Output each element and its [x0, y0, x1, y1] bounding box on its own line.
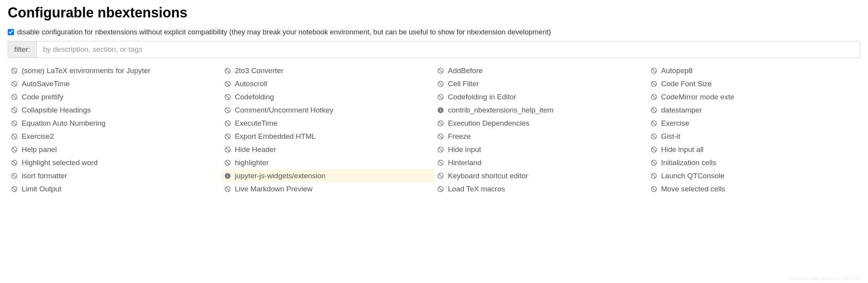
extension-item[interactable]: CodeMirror mode exte — [647, 90, 861, 104]
svg-line-36 — [226, 122, 229, 125]
extension-item[interactable]: AddBefore — [434, 64, 647, 77]
extension-item[interactable]: Autopep8 — [647, 64, 861, 77]
filter-input[interactable] — [37, 41, 860, 58]
svg-line-46 — [439, 135, 443, 138]
extension-item[interactable]: Keyboard shortcut editor — [434, 169, 647, 182]
extension-item[interactable]: Gist-it — [647, 130, 861, 143]
ban-icon — [11, 80, 18, 87]
extension-item[interactable]: Code Font Size — [647, 77, 861, 90]
extension-label: Hide input all — [661, 145, 704, 154]
info-icon — [437, 107, 444, 114]
extension-item[interactable]: 2to3 Converter — [221, 64, 434, 77]
disable-compat-label: disable configuration for nbextensions w… — [17, 28, 551, 36]
extension-label: Hide input — [448, 145, 481, 154]
ban-icon — [437, 120, 444, 127]
extension-item[interactable]: Cell Filter — [434, 77, 647, 90]
svg-line-54 — [439, 148, 443, 152]
ban-icon — [224, 67, 231, 74]
extension-label: isort formatter — [22, 172, 67, 180]
svg-rect-30 — [440, 109, 441, 109]
extension-item[interactable]: Hide input all — [647, 143, 861, 156]
extension-label: (some) LaTeX environments for Jupyter — [22, 66, 151, 75]
extension-label: Exercise2 — [22, 132, 54, 141]
svg-line-13 — [439, 82, 443, 86]
extension-item[interactable]: Live Markdown Preview — [221, 182, 434, 196]
ban-icon — [224, 186, 231, 193]
ban-icon — [224, 120, 231, 127]
svg-line-48 — [652, 135, 655, 138]
extension-item[interactable]: Equation Auto Numbering — [8, 117, 221, 130]
ban-icon — [650, 133, 657, 140]
svg-line-11 — [226, 82, 229, 86]
extension-label: Collapsible Headings — [22, 106, 91, 114]
extension-label: Initialization cells — [661, 159, 717, 167]
extension-item[interactable]: Hide input — [434, 143, 647, 156]
disable-compat-checkbox[interactable] — [8, 29, 14, 35]
extension-item[interactable]: AutoSaveTime — [8, 77, 221, 90]
extension-label: Codefolding in Editor — [448, 93, 516, 101]
extension-item[interactable]: ExecuteTime — [221, 117, 434, 130]
ban-icon — [11, 159, 18, 166]
extension-label: Hide Header — [235, 145, 276, 154]
svg-line-17 — [13, 95, 16, 99]
ban-icon — [437, 186, 444, 193]
extension-item[interactable]: Autoscroll — [221, 77, 434, 90]
ban-icon — [650, 172, 657, 179]
ban-icon — [11, 94, 18, 101]
extension-item[interactable]: Initialization cells — [647, 156, 861, 169]
extension-item[interactable]: Collapsible Headings — [8, 104, 221, 117]
extension-label: Keyboard shortcut editor — [448, 172, 528, 180]
extension-label: 2to3 Converter — [235, 66, 284, 75]
extension-item[interactable]: Exercise — [647, 117, 861, 130]
svg-line-71 — [439, 174, 443, 178]
extension-item[interactable]: Launch QTConsole — [647, 169, 861, 182]
ban-icon — [224, 159, 231, 166]
ban-icon — [11, 172, 18, 179]
extension-label: datestamper — [661, 106, 702, 114]
svg-line-52 — [226, 148, 229, 152]
extension-label: jupyter-js-widgets/extension — [235, 172, 326, 180]
svg-line-58 — [13, 161, 16, 165]
svg-line-23 — [652, 95, 655, 99]
extension-item[interactable]: Hinterland — [434, 156, 647, 169]
svg-line-75 — [13, 188, 16, 191]
ban-icon — [11, 107, 18, 114]
extension-item[interactable]: Comment/Uncomment Hotkey — [221, 104, 434, 117]
extension-item[interactable]: contrib_nbextensions_help_item — [434, 104, 647, 117]
extension-label: Live Markdown Preview — [235, 185, 313, 193]
ban-icon — [224, 133, 231, 140]
ban-icon — [650, 159, 657, 166]
extension-item[interactable]: Limit Output — [8, 182, 221, 196]
extension-item[interactable]: Execution Dependencies — [434, 117, 647, 130]
extension-item[interactable]: Freeze — [434, 130, 647, 143]
extension-item[interactable]: Help panel — [8, 143, 221, 156]
extension-item[interactable]: highlighter — [221, 156, 434, 169]
extension-item[interactable]: jupyter-js-widgets/extension — [221, 169, 434, 182]
extension-item[interactable]: Exercise2 — [8, 130, 221, 143]
svg-line-60 — [226, 161, 229, 165]
extension-label: Gist-it — [661, 132, 681, 141]
svg-line-81 — [652, 188, 655, 191]
ban-icon — [650, 146, 657, 153]
extension-item[interactable]: Highlight selected word — [8, 156, 221, 169]
extension-item[interactable]: Codefolding in Editor — [434, 90, 647, 104]
extension-label: Freeze — [448, 132, 471, 141]
extension-item[interactable]: datestamper — [647, 104, 861, 117]
extension-item[interactable]: (some) LaTeX environments for Jupyter — [8, 64, 221, 77]
svg-line-40 — [652, 122, 655, 125]
ban-icon — [437, 146, 444, 153]
extension-item[interactable]: Move selected cells — [647, 182, 861, 196]
extension-item[interactable]: Export Embedded HTML — [221, 130, 434, 143]
svg-line-3 — [226, 69, 229, 73]
extension-label: Cell Filter — [448, 80, 479, 88]
ban-icon — [650, 67, 657, 74]
disable-compat-row[interactable]: disable configuration for nbextensions w… — [8, 28, 860, 36]
svg-line-73 — [652, 174, 655, 178]
extension-item[interactable]: Code prettify — [8, 90, 221, 104]
extension-item[interactable]: Hide Header — [221, 143, 434, 156]
extension-item[interactable]: Load TeX macros — [434, 182, 647, 196]
ban-icon — [224, 146, 231, 153]
extension-item[interactable]: Codefolding — [221, 90, 434, 104]
extension-item[interactable]: isort formatter — [8, 169, 221, 182]
extension-label: Execution Dependencies — [448, 119, 529, 128]
